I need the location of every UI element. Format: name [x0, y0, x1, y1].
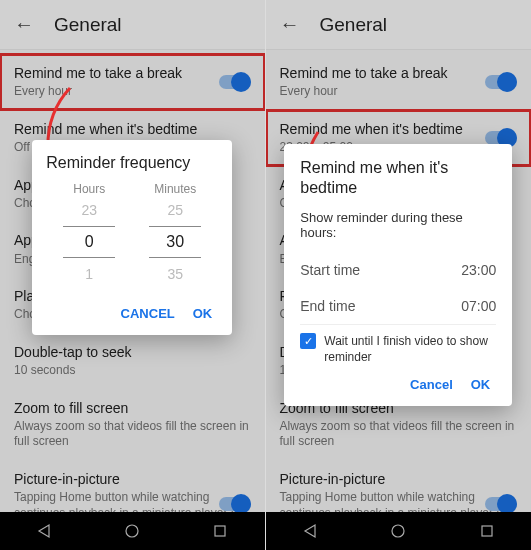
cancel-button[interactable]: Cancel — [410, 377, 453, 392]
nav-home-icon[interactable] — [390, 523, 406, 539]
svg-point-0 — [126, 525, 138, 537]
android-navbar — [266, 512, 532, 550]
wait-checkbox-row[interactable]: ✓ Wait until I finish video to show remi… — [300, 324, 496, 369]
minutes-column[interactable]: Minutes 25 30 35 — [132, 178, 218, 298]
bedtime-dialog: Remind me when it's bedtime Show reminde… — [284, 144, 512, 406]
svg-point-2 — [392, 525, 404, 537]
svg-rect-3 — [482, 526, 492, 536]
cancel-button[interactable]: CANCEL — [121, 306, 175, 321]
nav-home-icon[interactable] — [124, 523, 140, 539]
android-navbar — [0, 512, 265, 550]
dialog-title: Remind me when it's bedtime — [300, 158, 496, 198]
dialog-title: Reminder frequency — [46, 154, 218, 172]
svg-rect-1 — [215, 526, 225, 536]
nav-back-icon[interactable] — [36, 523, 52, 539]
hours-selected: 0 — [63, 226, 115, 258]
minutes-selected: 30 — [149, 226, 201, 258]
dialog-description: Show reminder during these hours: — [300, 210, 496, 240]
end-time-row[interactable]: End time 07:00 — [300, 288, 496, 324]
nav-back-icon[interactable] — [302, 523, 318, 539]
nav-recent-icon[interactable] — [212, 523, 228, 539]
ok-button[interactable]: OK — [471, 377, 491, 392]
start-time-row[interactable]: Start time 23:00 — [300, 252, 496, 288]
ok-button[interactable]: OK — [193, 306, 213, 321]
reminder-frequency-dialog: Reminder frequency Hours 23 0 1 Minutes … — [32, 140, 232, 335]
nav-recent-icon[interactable] — [479, 523, 495, 539]
end-time-value: 07:00 — [461, 298, 496, 314]
start-time-value: 23:00 — [461, 262, 496, 278]
time-picker: Hours 23 0 1 Minutes 25 30 35 — [46, 178, 218, 298]
hours-column[interactable]: Hours 23 0 1 — [46, 178, 132, 298]
checkbox-checked-icon[interactable]: ✓ — [300, 333, 316, 349]
